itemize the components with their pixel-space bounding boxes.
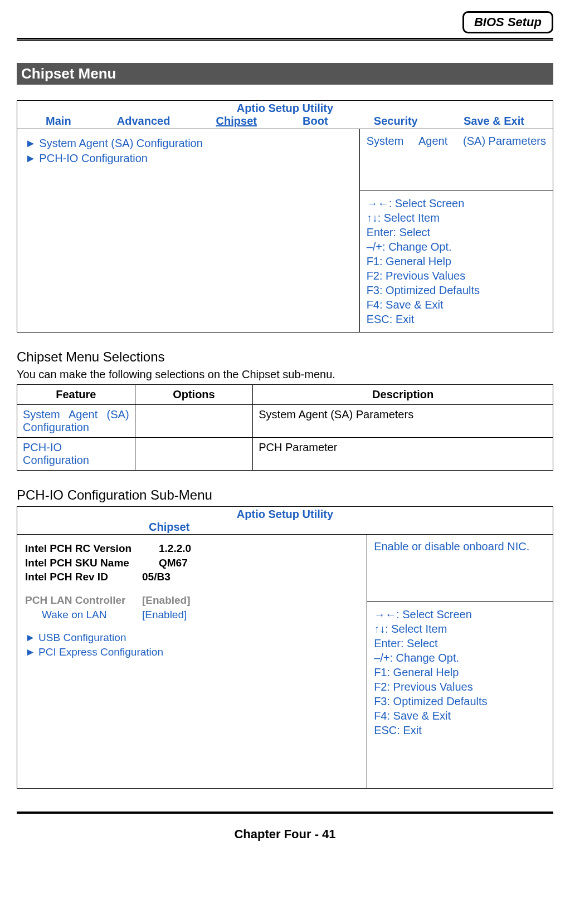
help-line: F2: Previous Values <box>374 679 546 694</box>
menu-item-pcie-config[interactable]: ► PCI Express Configuration <box>25 645 359 659</box>
help-line: F1: General Help <box>374 665 546 679</box>
selections-table: Feature Options Description System Agent… <box>17 384 553 471</box>
help-line: ↑↓: Select Item <box>367 211 546 225</box>
info-row: Intel PCH Rev ID 05/B3 <box>25 570 359 584</box>
info-label: Intel PCH Rev ID <box>25 570 142 584</box>
bios-left-pane-2: Intel PCH RC Version 1.2.2.0 Intel PCH S… <box>17 535 367 788</box>
bios-body-2: Intel PCH RC Version 1.2.2.0 Intel PCH S… <box>17 535 553 788</box>
config-row-pch-lan[interactable]: PCH LAN Controller [Enabled] <box>25 593 359 608</box>
config-value: [Enabled] <box>142 608 187 622</box>
help-line: Enter: Select <box>374 636 546 651</box>
selections-heading: Chipset Menu Selections <box>17 349 553 365</box>
bios-left-pane: ► System Agent (SA) Configuration ► PCH-… <box>17 129 359 332</box>
bios-tab-advanced[interactable]: Advanced <box>114 115 174 128</box>
help-line: →←: Select Screen <box>374 607 546 622</box>
options-cell <box>135 438 253 471</box>
menu-item-sa-config[interactable]: ► System Agent (SA) Configuration <box>25 136 352 151</box>
section-title: Chipset Menu <box>17 63 553 85</box>
description-cell: PCH Parameter <box>253 438 553 471</box>
bios-help-description-2: Enable or disable onboard NIC. <box>367 535 553 602</box>
help-line: –/+: Change Opt. <box>374 651 546 665</box>
info-value: 05/B3 <box>142 570 170 584</box>
pch-io-heading: PCH-IO Configuration Sub-Menu <box>17 487 553 503</box>
footer-rule <box>17 811 553 814</box>
help-line: ESC: Exit <box>374 723 546 737</box>
bios-tab-main[interactable]: Main <box>42 115 75 128</box>
config-label: Wake on LAN <box>25 608 142 622</box>
help-line: F4: Save & Exit <box>367 297 546 312</box>
help-line: →←: Select Screen <box>367 196 546 211</box>
bios-tab-boot[interactable]: Boot <box>299 115 332 128</box>
config-label: PCH LAN Controller <box>25 593 142 608</box>
bios-tab-save-exit[interactable]: Save & Exit <box>460 115 528 128</box>
header-rule <box>17 38 553 41</box>
menu-item-pch-io[interactable]: ► PCH-IO Configuration <box>25 151 352 166</box>
bios-tab-row-sub: Chipset <box>17 521 553 535</box>
help-line: ESC: Exit <box>367 312 546 326</box>
feature-cell: PCH-IO Configuration <box>17 438 135 471</box>
info-value: 1.2.2.0 <box>159 541 191 556</box>
bios-tab-chipset-sub[interactable]: Chipset <box>145 521 193 533</box>
table-header-row: Feature Options Description <box>17 385 553 405</box>
bios-utility-title: Aptio Setup Utility <box>17 101 553 115</box>
config-row-wol[interactable]: Wake on LAN [Enabled] <box>25 608 359 622</box>
table-row: System Agent (SA) Configuration System A… <box>17 405 553 438</box>
info-value: QM67 <box>159 556 188 570</box>
config-value: [Enabled] <box>142 593 191 608</box>
description-cell: System Agent (SA) Parameters <box>253 405 553 438</box>
options-cell <box>135 405 253 438</box>
table-row: PCH-IO Configuration PCH Parameter <box>17 438 553 471</box>
bios-key-help: →←: Select Screen ↑↓: Select Item Enter:… <box>360 190 553 332</box>
bios-help-text: System Agent (SA) Parameters <box>367 135 546 147</box>
bios-body: ► System Agent (SA) Configuration ► PCH-… <box>17 129 553 332</box>
bios-utility-title-2: Aptio Setup Utility <box>17 507 553 521</box>
help-line: F2: Previous Values <box>367 268 546 283</box>
help-line: ↑↓: Select Item <box>374 622 546 636</box>
help-line: F3: Optimized Defaults <box>374 694 546 708</box>
info-row: Intel PCH RC Version 1.2.2.0 <box>25 541 359 556</box>
th-feature: Feature <box>17 385 135 405</box>
bios-help-description: System Agent (SA) Parameters <box>360 129 553 190</box>
info-row: Intel PCH SKU Name QM67 <box>25 556 359 570</box>
bios-key-help-2: →←: Select Screen ↑↓: Select Item Enter:… <box>367 602 553 743</box>
help-line: F4: Save & Exit <box>374 708 546 723</box>
help-line: Enter: Select <box>367 225 546 239</box>
menu-item-usb-config[interactable]: ► USB Configuration <box>25 630 359 645</box>
bios-right-pane: System Agent (SA) Parameters →←: Select … <box>359 129 553 332</box>
header-tag: BIOS Setup <box>462 11 553 33</box>
bios-box-pch-io: Aptio Setup Utility Chipset Intel PCH RC… <box>17 506 553 789</box>
bios-tab-chipset[interactable]: Chipset <box>213 115 260 128</box>
feature-cell: System Agent (SA) Configuration <box>17 405 135 438</box>
bios-box-chipset: Aptio Setup Utility Main Advanced Chipse… <box>17 100 553 333</box>
info-label: Intel PCH SKU Name <box>25 556 159 570</box>
footer-text: Chapter Four - 41 <box>17 827 553 842</box>
help-line: F1: General Help <box>367 254 546 268</box>
help-line: F3: Optimized Defaults <box>367 283 546 297</box>
bios-right-pane-2: Enable or disable onboard NIC. →←: Selec… <box>367 535 553 788</box>
info-label: Intel PCH RC Version <box>25 541 159 556</box>
selections-intro: You can make the following selections on… <box>17 368 553 381</box>
bios-tab-row: Main Advanced Chipset Boot Security Save… <box>17 115 553 129</box>
th-description: Description <box>253 385 553 405</box>
help-line: –/+: Change Opt. <box>367 239 546 254</box>
th-options: Options <box>135 385 253 405</box>
bios-tab-security[interactable]: Security <box>371 115 421 128</box>
